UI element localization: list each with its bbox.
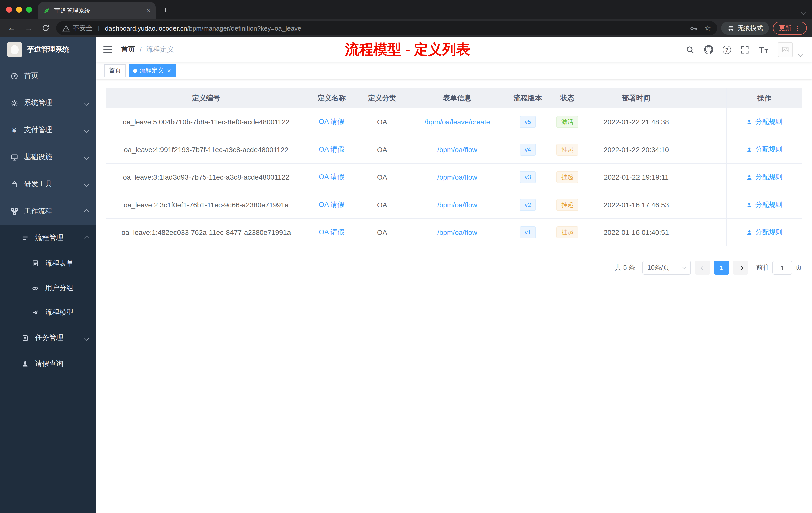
form-link[interactable]: /bpm/oa/leave/create [424,118,490,126]
sidebar-item-label: 任务管理 [35,333,79,342]
sidebar-item-user-group[interactable]: 用户分组 [0,276,96,300]
deploy-time: 2022-01-16 17:46:53 [587,191,686,218]
person-icon [746,202,753,208]
workflow-icon [10,208,18,215]
sidebar-item-process-management[interactable]: 流程管理 [0,225,96,251]
version-tag: v4 [520,144,536,156]
form-link[interactable]: /bpm/oa/flow [437,229,477,236]
reload-button[interactable] [39,24,52,32]
breadcrumb-home[interactable]: 首页 [121,45,135,54]
help-icon[interactable]: ? [723,46,731,54]
sidebar-item-process-model[interactable]: 流程模型 [0,300,96,325]
sidebar-item-label: 研发工具 [24,180,79,189]
dashboard-icon [10,72,18,80]
user-group-icon [31,284,39,292]
assign-rule-link[interactable]: 分配规则 [746,117,782,126]
tab-search-icon[interactable] [802,7,805,16]
sidebar-item-label: 流程表单 [45,259,88,268]
person-icon [746,174,753,180]
font-size-icon[interactable] [759,46,768,54]
fullscreen-icon[interactable] [741,46,749,54]
app-root: 芋道管理系统 × + ← → 不安全 | dashboard.yudao.ioc… [0,0,812,513]
definition-category: OA [357,136,407,163]
security-warning-label[interactable]: 不安全 [73,24,92,33]
search-icon[interactable] [686,46,695,54]
definition-name-link[interactable]: OA 请假 [319,200,345,209]
browser-tab[interactable]: 芋道管理系统 × [38,2,156,19]
tag-close-icon[interactable]: × [167,67,171,74]
kebab-menu-icon[interactable]: ⋮ [794,24,801,32]
bookmark-star-icon[interactable]: ☆ [704,24,711,33]
version-tag: v3 [520,171,536,183]
payment-icon: ¥ [10,126,18,134]
form-link[interactable]: /bpm/oa/flow [437,146,477,154]
definition-name-link[interactable]: OA 请假 [319,228,345,237]
sidebar-item-leave-query[interactable]: 请假查询 [0,351,96,377]
browser-tab-strip: 芋道管理系统 × + [0,0,812,19]
url-text[interactable]: dashboard.yudao.iocoder.cn/bpm/manager/d… [105,24,301,32]
new-tab-button[interactable]: + [163,5,168,14]
window-minimize-button[interactable] [16,6,22,12]
back-button[interactable]: ← [5,24,18,33]
person-icon [746,119,753,125]
definition-name-link[interactable]: OA 请假 [319,117,345,126]
assign-rule-link[interactable]: 分配规则 [746,173,782,182]
deploy-time: 2022-01-22 19:19:11 [587,163,686,191]
sidebar-item-infrastructure[interactable]: 基础设施 [0,144,96,171]
sidebar: 芋道管理系统 首页 系统管理 ¥ [0,37,96,513]
github-icon[interactable] [704,45,713,54]
navbar-actions: ? [686,41,802,58]
deploy-time: 2022-01-16 01:40:51 [587,219,686,246]
sidebar-item-payment-management[interactable]: ¥ 支付管理 [0,117,96,144]
avatar-dropdown-icon[interactable] [799,49,802,58]
chrome-update-button[interactable]: 更新 ⋮ [773,22,807,35]
row-spacer [686,191,726,218]
hamburger-icon[interactable] [104,46,113,54]
browser-toolbar: ← → 不安全 | dashboard.yudao.iocoder.cn/bpm… [0,19,812,37]
tag-process-definition[interactable]: 流程定义 × [128,64,175,77]
row-spacer [686,163,726,191]
key-icon[interactable] [690,24,697,32]
forward-button[interactable]: → [22,24,35,33]
address-bar[interactable]: 不安全 | dashboard.yudao.iocoder.cn/bpm/man… [56,21,717,35]
page-size-select[interactable]: 10条/页 [642,261,691,275]
goto-page-input[interactable] [772,261,792,275]
form-link[interactable]: /bpm/oa/flow [437,201,477,209]
row-spacer [686,109,726,135]
window-zoom-button[interactable] [26,6,32,12]
column-header: 操作 [726,88,802,108]
definition-category: OA [357,219,407,246]
update-label: 更新 [779,24,791,32]
sidebar-item-devtools[interactable]: 研发工具 [0,171,96,198]
sidebar-item-home[interactable]: 首页 [0,62,96,89]
sidebar-item-label: 系统管理 [24,98,79,108]
sidebar-item-task-management[interactable]: 任务管理 [0,325,96,351]
sidebar-item-label: 工作流程 [24,207,79,216]
assign-rule-label: 分配规则 [755,173,782,182]
assign-rule-link[interactable]: 分配规则 [746,228,782,237]
sidebar-item-label: 首页 [24,71,88,80]
pagination-page-1-button[interactable]: 1 [714,261,729,275]
assign-rule-link[interactable]: 分配规则 [746,145,782,154]
sidebar-item-process-form[interactable]: 流程表单 [0,251,96,276]
pagination-prev-button[interactable] [695,261,710,275]
page-annotation: 流程模型 - 定义列表 [345,40,470,59]
pagination-next-button[interactable] [733,261,748,275]
definition-id: oa_leave:5:004b710b-7b8a-11ec-8ef0-acde4… [107,109,306,135]
chevron-down-icon [84,127,89,132]
status-tag: 挂起 [556,227,579,238]
user-avatar[interactable] [778,42,793,57]
process-management-icon [21,234,29,241]
assign-rule-link[interactable]: 分配规则 [746,200,782,209]
tag-home[interactable]: 首页 [105,64,125,77]
tab-close-icon[interactable]: × [147,6,151,14]
sidebar-item-workflow[interactable]: 工作流程 [0,198,96,225]
sidebar-item-system-management[interactable]: 系统管理 [0,89,96,117]
definition-name-link[interactable]: OA 请假 [319,173,345,182]
task-icon [21,334,29,341]
sidebar-item-label: 流程模型 [45,308,88,317]
window-close-button[interactable] [6,6,12,12]
gear-icon [10,99,18,107]
definition-name-link[interactable]: OA 请假 [319,145,345,154]
form-link[interactable]: /bpm/oa/flow [437,173,477,181]
